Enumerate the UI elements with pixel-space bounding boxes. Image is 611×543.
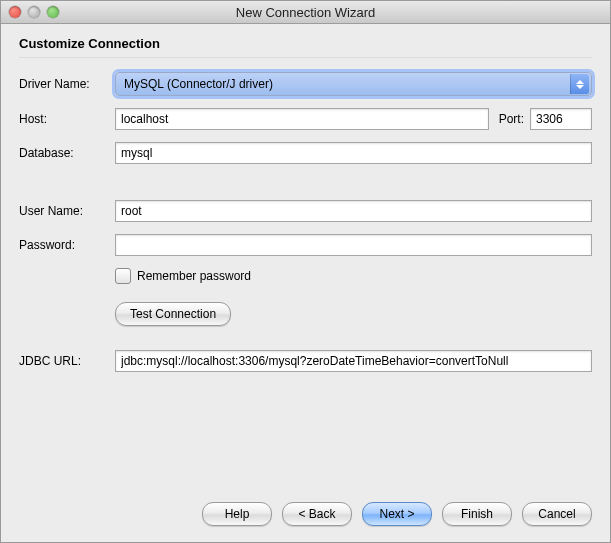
remember-password-label: Remember password xyxy=(137,269,251,283)
jdbc-url-input[interactable] xyxy=(115,350,592,372)
remember-password-checkbox[interactable] xyxy=(115,268,131,284)
driver-name-select[interactable]: MySQL (Connector/J driver) xyxy=(115,72,592,96)
driver-name-row: Driver Name: MySQL (Connector/J driver) xyxy=(19,72,592,96)
divider xyxy=(19,57,592,58)
user-name-input[interactable] xyxy=(115,200,592,222)
content-area: Customize Connection Driver Name: MySQL … xyxy=(1,24,610,490)
user-name-row: User Name: xyxy=(19,200,592,222)
footer-buttons: Help < Back Next > Finish Cancel xyxy=(1,490,610,542)
next-button[interactable]: Next > xyxy=(362,502,432,526)
host-row: Host: Port: xyxy=(19,108,592,130)
help-button[interactable]: Help xyxy=(202,502,272,526)
cancel-button[interactable]: Cancel xyxy=(522,502,592,526)
chevron-updown-icon xyxy=(570,74,589,94)
port-input[interactable] xyxy=(530,108,592,130)
password-input[interactable] xyxy=(115,234,592,256)
host-label: Host: xyxy=(19,112,109,126)
jdbc-url-row: JDBC URL: xyxy=(19,350,592,372)
window-controls xyxy=(9,6,59,18)
jdbc-url-label: JDBC URL: xyxy=(19,354,109,368)
database-input[interactable] xyxy=(115,142,592,164)
spacer xyxy=(19,176,592,200)
test-connection-button[interactable]: Test Connection xyxy=(115,302,231,326)
section-title: Customize Connection xyxy=(19,36,592,51)
database-row: Database: xyxy=(19,142,592,164)
user-name-label: User Name: xyxy=(19,204,109,218)
wizard-window: New Connection Wizard Customize Connecti… xyxy=(0,0,611,543)
test-connection-row: Test Connection xyxy=(115,302,592,326)
database-label: Database: xyxy=(19,146,109,160)
driver-name-label: Driver Name: xyxy=(19,77,109,91)
port-label: Port: xyxy=(499,112,524,126)
zoom-icon[interactable] xyxy=(47,6,59,18)
back-button[interactable]: < Back xyxy=(282,502,352,526)
remember-password-row: Remember password xyxy=(115,268,592,284)
window-title: New Connection Wizard xyxy=(1,5,610,20)
finish-button[interactable]: Finish xyxy=(442,502,512,526)
password-row: Password: xyxy=(19,234,592,256)
title-bar: New Connection Wizard xyxy=(1,1,610,24)
password-label: Password: xyxy=(19,238,109,252)
driver-name-value: MySQL (Connector/J driver) xyxy=(124,77,273,91)
close-icon[interactable] xyxy=(9,6,21,18)
host-input[interactable] xyxy=(115,108,489,130)
minimize-icon[interactable] xyxy=(28,6,40,18)
